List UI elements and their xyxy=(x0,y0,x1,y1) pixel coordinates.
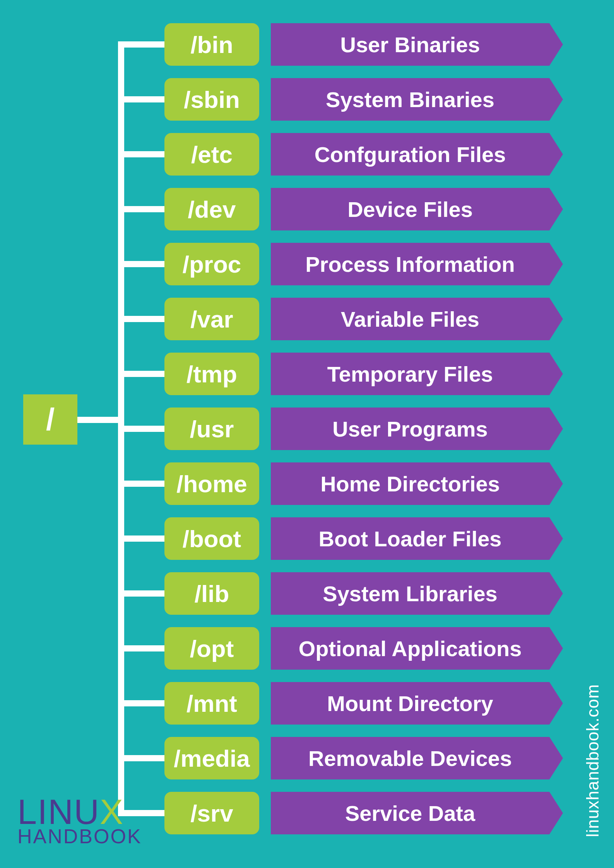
directory-name-box: /sbin xyxy=(164,78,259,121)
directory-name-label: /bin xyxy=(190,31,233,58)
directory-row: /devDevice Files xyxy=(118,188,549,230)
tree-branch-line xyxy=(118,316,164,322)
directory-name-label: /usr xyxy=(190,415,234,443)
tree-branch-line xyxy=(118,96,164,102)
directory-name-label: /var xyxy=(190,305,233,333)
logo-bottom-line: HANDBOOK xyxy=(17,828,142,845)
directory-row: /libSystem Libraries xyxy=(118,572,549,615)
directory-description-label: Device Files xyxy=(347,197,473,222)
directory-name-label: /proc xyxy=(183,251,241,278)
directory-description-box: User Binaries xyxy=(271,23,549,66)
directory-description-label: Optional Applications xyxy=(299,636,522,661)
directory-description-box: User Programs xyxy=(271,408,549,450)
directory-description-box: Process Information xyxy=(271,243,549,285)
directory-description-box: Variable Files xyxy=(271,298,549,340)
directory-name-label: /dev xyxy=(188,196,236,223)
directory-name-label: /media xyxy=(174,745,250,772)
directory-row: /optOptional Applications xyxy=(118,627,549,670)
root-directory-label: / xyxy=(46,402,55,437)
tree-branch-line xyxy=(118,41,164,48)
directory-name-box: /dev xyxy=(164,188,259,230)
directory-description-label: Boot Loader Files xyxy=(319,526,502,551)
directory-name-label: /srv xyxy=(190,800,233,827)
directory-description-label: Service Data xyxy=(345,801,475,826)
directory-description-label: System Binaries xyxy=(326,87,494,112)
directory-name-box: /srv xyxy=(164,792,259,834)
directory-name-box: /bin xyxy=(164,23,259,66)
directory-name-box: /tmp xyxy=(164,353,259,395)
directory-row: /homeHome Directories xyxy=(118,462,549,505)
directory-description-label: Temporary Files xyxy=(327,362,493,387)
directory-description-box: System Binaries xyxy=(271,78,549,121)
tree-branch-line xyxy=(118,481,164,487)
directory-row: /usrUser Programs xyxy=(118,408,549,450)
tree-branch-line xyxy=(118,645,164,651)
directory-description-box: Optional Applications xyxy=(271,627,549,670)
directory-row: /srvService Data xyxy=(118,792,549,834)
directory-description-label: User Programs xyxy=(332,416,488,442)
directory-description-label: User Binaries xyxy=(340,32,480,57)
directory-description-box: Removable Devices xyxy=(271,737,549,779)
directory-row: /mntMount Directory xyxy=(118,682,549,725)
directory-row: /sbinSystem Binaries xyxy=(118,78,549,121)
tree-branch-line xyxy=(118,535,164,542)
directory-row: /varVariable Files xyxy=(118,298,549,340)
directory-name-label: /sbin xyxy=(184,86,240,113)
directory-name-label: /mnt xyxy=(186,690,237,717)
directory-name-box: /opt xyxy=(164,627,259,670)
directory-row: /mediaRemovable Devices xyxy=(118,737,549,779)
tree-branch-line xyxy=(118,590,164,597)
directory-name-box: /proc xyxy=(164,243,259,285)
tree-branch-line xyxy=(118,261,164,267)
directory-description-label: Home Directories xyxy=(320,471,500,496)
tree-root-connector xyxy=(77,417,124,423)
site-url: linuxhandbook.com xyxy=(583,684,602,837)
directory-description-box: Device Files xyxy=(271,188,549,230)
tree-branch-line xyxy=(118,151,164,157)
directory-description-box: Home Directories xyxy=(271,462,549,505)
tree-branch-line xyxy=(118,755,164,761)
tree-branch-line xyxy=(118,206,164,212)
directory-name-box: /mnt xyxy=(164,682,259,725)
directory-description-box: Service Data xyxy=(271,792,549,834)
directory-description-label: Confguration Files xyxy=(315,142,506,167)
tree-branch-line xyxy=(118,700,164,706)
directory-name-box: /usr xyxy=(164,408,259,450)
directory-row: /bootBoot Loader Files xyxy=(118,517,549,560)
directory-description-label: Variable Files xyxy=(341,307,479,332)
directory-row: /binUser Binaries xyxy=(118,23,549,66)
directory-name-label: /opt xyxy=(190,635,234,662)
directory-row: /procProcess Information xyxy=(118,243,549,285)
directory-name-label: /etc xyxy=(191,141,233,168)
directory-name-box: /home xyxy=(164,462,259,505)
directory-name-box: /lib xyxy=(164,572,259,615)
directory-name-box: /var xyxy=(164,298,259,340)
directory-name-label: /tmp xyxy=(186,360,237,388)
directory-name-label: /boot xyxy=(183,525,241,553)
logo-top-line: LINUX xyxy=(17,797,142,827)
directory-description-box: Boot Loader Files xyxy=(271,517,549,560)
tree-branch-line xyxy=(118,426,164,432)
directory-description-label: System Libraries xyxy=(323,581,497,606)
directory-description-box: Confguration Files xyxy=(271,133,549,176)
directory-name-box: /boot xyxy=(164,517,259,560)
directory-description-box: System Libraries xyxy=(271,572,549,615)
root-directory-box: / xyxy=(23,394,77,445)
directory-name-box: /media xyxy=(164,737,259,779)
directory-row: /etcConfguration Files xyxy=(118,133,549,176)
directory-name-label: /home xyxy=(176,470,247,498)
brand-logo: LINUX HANDBOOK xyxy=(17,797,142,845)
directory-description-box: Temporary Files xyxy=(271,353,549,395)
directory-description-label: Removable Devices xyxy=(308,746,512,771)
directory-row: /tmpTemporary Files xyxy=(118,353,549,395)
tree-branch-line xyxy=(118,371,164,377)
directory-name-box: /etc xyxy=(164,133,259,176)
directory-name-label: /lib xyxy=(195,580,229,607)
directory-description-box: Mount Directory xyxy=(271,682,549,725)
directory-description-label: Process Information xyxy=(305,252,515,277)
directory-description-label: Mount Directory xyxy=(327,691,493,716)
